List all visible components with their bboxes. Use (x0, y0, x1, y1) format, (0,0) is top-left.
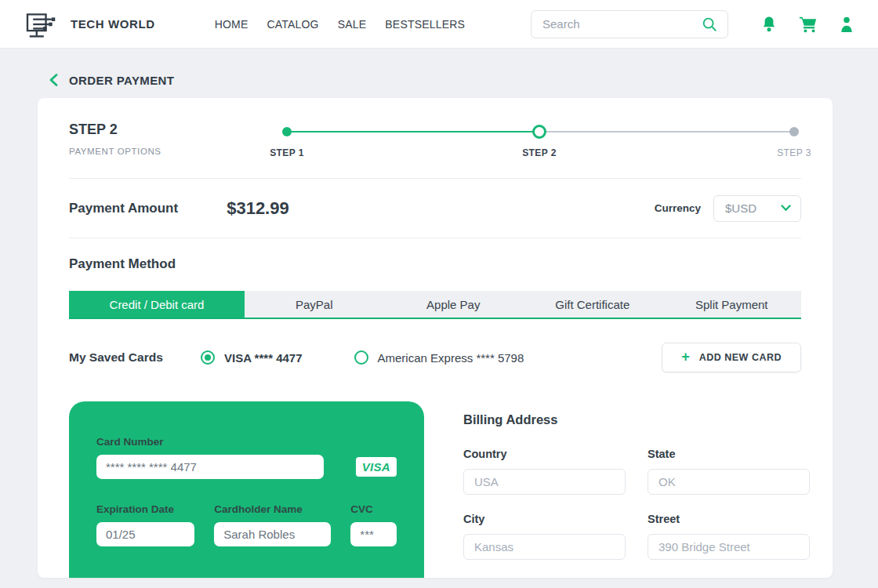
currency-wrap: Currency $USD (655, 195, 801, 222)
search-icon[interactable] (701, 16, 718, 33)
progress-line-todo (539, 131, 794, 132)
payment-amount-label: Payment Amount (69, 201, 178, 216)
search-box[interactable] (531, 10, 728, 38)
main-nav: HOME CATALOG SALE BESTSELLERS (215, 18, 465, 31)
card-number-input[interactable] (96, 455, 324, 479)
step3-label: STEP 3 (759, 147, 829, 158)
cart-icon[interactable] (799, 16, 817, 33)
step-subtitle: PAYMENT OPTIONS (69, 147, 161, 156)
street-input[interactable] (648, 534, 810, 560)
visa-badge: VISA (356, 457, 397, 477)
payment-method-tabs: Credit / Debit card PayPal Apple Pay Gif… (69, 291, 801, 319)
add-new-card-button[interactable]: + ADD NEW CARD (662, 343, 801, 372)
payment-amount-row: Payment Amount $312.99 Currency $USD (69, 179, 801, 238)
cardholder-name-input[interactable] (214, 522, 331, 546)
billing-street-field: Street (648, 513, 810, 560)
saved-cards-title: My Saved Cards (69, 350, 201, 365)
card-number-label: Card Number (96, 436, 397, 448)
page-title-row: ORDER PAYMENT (0, 49, 878, 88)
expiration-date-label: Expiration Date (96, 503, 194, 515)
header-icons (761, 16, 854, 33)
nav-item-sale[interactable]: SALE (338, 18, 367, 31)
state-label: State (648, 448, 810, 460)
country-label: Country (463, 448, 626, 460)
saved-card-visa-label: VISA **** 4477 (224, 351, 303, 365)
step2-label: STEP 2 (504, 147, 575, 158)
saved-card-option-visa[interactable]: VISA **** 4477 (201, 350, 303, 365)
tab-credit-debit-card[interactable]: Credit / Debit card (69, 291, 245, 318)
saved-card-amex-label: American Express **** 5798 (378, 351, 524, 365)
nav-item-home[interactable]: HOME (215, 18, 249, 31)
street-label: Street (648, 513, 810, 525)
currency-label: Currency (655, 202, 701, 214)
back-chevron-icon[interactable] (49, 74, 58, 86)
page-title: ORDER PAYMENT (69, 74, 174, 87)
country-input[interactable] (463, 469, 626, 495)
brand-logo[interactable]: TECH WORLD (24, 9, 155, 39)
step1-dot (282, 127, 292, 136)
tab-paypal[interactable]: PayPal (245, 291, 384, 318)
nav-item-catalog[interactable]: CATALOG (267, 18, 318, 31)
city-input[interactable] (463, 534, 626, 560)
chevron-down-icon (781, 205, 791, 212)
user-icon[interactable] (839, 16, 854, 33)
state-input[interactable] (648, 469, 810, 495)
cvc-label: CVC (350, 503, 397, 515)
saved-card-option-amex[interactable]: American Express **** 5798 (354, 350, 524, 365)
add-new-card-label: ADD NEW CARD (699, 352, 782, 363)
progress-line-done (287, 131, 539, 132)
billing-country-field: Country (463, 448, 626, 495)
stepper: STEP 2 PAYMENT OPTIONS STEP 1 STEP 2 STE… (69, 98, 801, 178)
payment-method-title: Payment Method (69, 256, 801, 272)
app-header: TECH WORLD HOME CATALOG SALE BESTSELLERS (0, 0, 878, 49)
billing-state-field: State (648, 448, 810, 495)
radio-selected-icon[interactable] (201, 350, 215, 365)
billing-city-field: City (463, 513, 626, 560)
billing-address-section: Billing Address Country State City Stree… (463, 401, 810, 578)
tab-split-payment[interactable]: Split Payment (662, 291, 802, 318)
divider (69, 238, 801, 238)
tab-gift-certificate[interactable]: Gift Certificate (523, 291, 662, 318)
credit-card-form: Card Number VISA Expiration Date Cardhol… (69, 401, 424, 578)
bell-icon[interactable] (761, 16, 777, 33)
card-and-billing: Card Number VISA Expiration Date Cardhol… (69, 401, 801, 578)
nav-item-bestsellers[interactable]: BESTSELLERS (385, 18, 465, 31)
brand-name: TECH WORLD (71, 17, 155, 31)
step2-dot (532, 125, 546, 139)
search-input[interactable] (542, 17, 701, 31)
step3-dot (789, 127, 799, 136)
expiration-date-input[interactable] (96, 522, 194, 546)
step1-label: STEP 1 (252, 147, 322, 158)
plus-icon: + (681, 350, 690, 364)
step-heading: STEP 2 (69, 122, 118, 138)
currency-select[interactable]: $USD (713, 195, 801, 222)
cardholder-name-label: Cardholder Name (214, 503, 331, 515)
radio-unselected-icon[interactable] (354, 350, 368, 365)
cvc-input[interactable] (350, 522, 397, 546)
tech-world-logo-icon (24, 9, 61, 39)
currency-value: $USD (725, 201, 781, 215)
saved-cards-row: My Saved Cards VISA **** 4477 American E… (69, 342, 801, 373)
order-payment-panel: STEP 2 PAYMENT OPTIONS STEP 1 STEP 2 STE… (38, 98, 833, 578)
city-label: City (463, 513, 626, 525)
payment-amount-value: $312.99 (227, 198, 289, 219)
billing-address-title: Billing Address (463, 412, 810, 427)
tab-apple-pay[interactable]: Apple Pay (384, 291, 524, 318)
